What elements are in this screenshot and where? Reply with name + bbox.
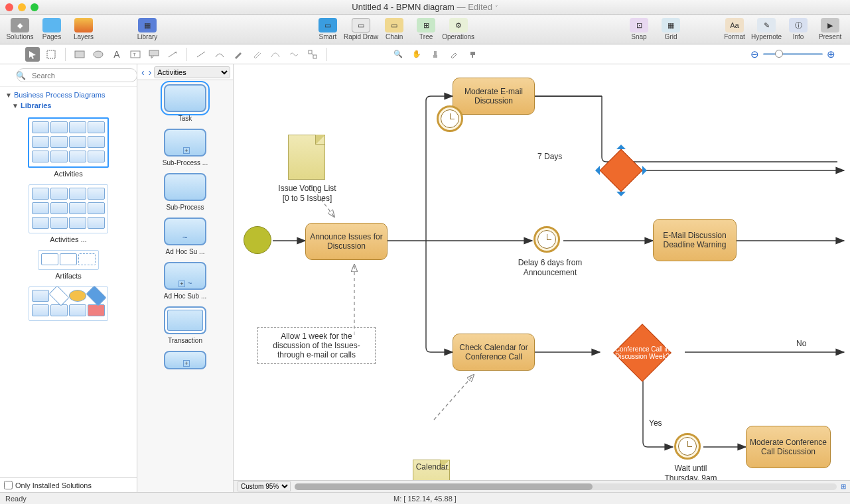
toolbar-library[interactable]: ▦Library [131, 15, 163, 43]
layers-icon [74, 18, 93, 32]
tree-libraries[interactable]: ▼ Libraries [12, 100, 131, 111]
callout-tool[interactable] [147, 47, 161, 62]
lib-activities[interactable]: Activities [4, 117, 133, 178]
marquee-tool[interactable] [44, 47, 58, 62]
data-object-voting-list[interactable] [288, 135, 325, 180]
timer-moderate-email[interactable] [437, 105, 463, 132]
pencil-tool[interactable] [231, 47, 246, 62]
spline-tool[interactable] [287, 47, 301, 62]
solutions-icon: ◆ [11, 18, 29, 32]
toolbar-grid[interactable]: ▦Grid [655, 15, 687, 43]
timer-delay-6days[interactable] [533, 226, 560, 253]
task-email-warning[interactable]: E-Mail Discussion Deadline Warning [653, 219, 737, 261]
gateway-merge[interactable] [600, 149, 642, 192]
libitem-adhoc-1[interactable]: ~Ad Hoc Su ... [140, 218, 230, 255]
zoom-track[interactable] [763, 53, 823, 55]
toolbar-rapiddraw[interactable]: ▭Rapid Draw [344, 15, 378, 43]
bezier-tool[interactable] [268, 47, 283, 62]
zoom-out-icon[interactable]: ⊖ [750, 48, 759, 60]
task-check-calendar[interactable]: Check Calendar for Conference Call [453, 334, 535, 371]
task-moderate-call[interactable]: Moderate Conference Call Discussion [746, 426, 831, 468]
svg-text:T: T [133, 52, 136, 58]
zoom-row: Custom 95% ⊞ [234, 480, 850, 492]
toolbar-operations[interactable]: ⚙Operations [442, 15, 474, 43]
task-moderate-email[interactable]: Moderate E-mail Discussion [453, 78, 535, 115]
calendar-label: Calendar [409, 462, 455, 472]
zoom-tool[interactable]: 🔍 [391, 47, 405, 62]
segment-tool[interactable] [194, 47, 208, 62]
line-tool[interactable] [165, 47, 180, 62]
zoom-knob[interactable] [775, 50, 783, 58]
zoom-in-icon[interactable]: ⊕ [827, 48, 835, 60]
libitem-task[interactable]: Task [140, 84, 230, 122]
canvas-area[interactable]: Announce Issues for Discussion Issue Vot… [234, 64, 850, 492]
page-nav-icon[interactable]: ⊞ [841, 483, 846, 490]
svg-rect-1 [75, 51, 84, 58]
voting-list-label: Issue Voting List [0 to 5 Issues] [268, 184, 346, 204]
annotation-allow-week[interactable]: Allow 1 week for the discussion of the I… [257, 327, 376, 364]
libitem-transaction[interactable]: Transaction [140, 306, 230, 344]
chain-icon: ▭ [385, 18, 403, 32]
toolbar-layers[interactable]: Layers [68, 15, 100, 43]
edge-no-label: No [796, 339, 806, 348]
arc-tool[interactable] [212, 47, 227, 62]
toolbar-snap[interactable]: ⊡Snap [623, 15, 655, 43]
h-scroll-thumb[interactable] [295, 483, 593, 490]
connector-tool[interactable] [305, 47, 320, 62]
libitem-subprocess-2[interactable]: Sub-Process [140, 173, 230, 211]
library-panel: ‹ › Activities Task +Sub-Process ... Sub… [137, 64, 234, 492]
tree-root[interactable]: ▼ Business Process Diagrams [5, 90, 131, 100]
diagram-canvas[interactable]: Announce Issues for Discussion Issue Vot… [234, 64, 850, 492]
present-icon: ▶ [821, 18, 839, 32]
nav-back-icon[interactable]: ‹ [140, 67, 146, 78]
timer-7days-label: 7 Days [537, 152, 562, 161]
svg-point-2 [94, 51, 103, 58]
toolbar-chain[interactable]: ▭Chain [378, 15, 410, 43]
svg-rect-12 [434, 51, 437, 55]
toolbar-solutions[interactable]: ◆Solutions [4, 15, 36, 43]
svg-line-27 [434, 375, 474, 420]
libitem-more[interactable]: + [140, 351, 230, 369]
grid-icon: ▦ [662, 18, 680, 32]
paint-tool[interactable] [465, 47, 480, 62]
pages-icon [42, 18, 61, 32]
pointer-tool[interactable] [25, 47, 40, 62]
task-announce[interactable]: Announce Issues for Discussion [305, 223, 388, 260]
lib-events[interactable] [4, 286, 133, 321]
toolbar-format[interactable]: AaFormat [719, 15, 750, 43]
lib-artifacts[interactable]: Artifacts [4, 250, 133, 280]
eyedropper-tool[interactable] [447, 47, 461, 62]
toolbar-hypernote[interactable]: ✎Hypernote [750, 15, 782, 43]
nav-fwd-icon[interactable]: › [147, 67, 153, 78]
svg-rect-8 [309, 50, 312, 54]
toolbar-tree[interactable]: ⊞Tree [410, 15, 442, 43]
h-scrollbar[interactable] [295, 483, 837, 490]
only-installed-checkbox[interactable] [4, 481, 13, 489]
zoom-select[interactable]: Custom 95% [238, 481, 291, 491]
ellipse-tool[interactable] [91, 47, 106, 62]
search-input[interactable] [17, 68, 137, 82]
libitem-adhoc-2[interactable]: +~Ad Hoc Sub ... [140, 262, 230, 300]
toolbar-smart[interactable]: ▭Smart [312, 15, 344, 43]
zoom-slider[interactable]: ⊖ ⊕ [750, 48, 835, 60]
start-event[interactable] [244, 226, 271, 254]
timer-wait-thursday[interactable] [674, 433, 701, 460]
lib-activities-2[interactable]: Activities ... [4, 184, 133, 243]
toolbar-pages[interactable]: Pages [36, 15, 68, 43]
library-grid: Activities Activities ... Artifacts [0, 113, 137, 477]
toolbar-info[interactable]: ⓘInfo [782, 15, 814, 43]
libpanel-select[interactable]: Activities [154, 66, 230, 78]
gateway-conference-call[interactable]: Conference Call in Discussion Week? [600, 324, 685, 381]
libitem-subprocess-1[interactable]: +Sub-Process ... [140, 129, 230, 166]
stamp-tool[interactable] [428, 47, 443, 62]
only-installed-row: Only Installed Solutions [0, 477, 137, 492]
chevron-down-icon[interactable]: ˅ [495, 5, 498, 11]
svg-line-7 [197, 52, 205, 57]
solutions-tree: ▼ Business Process Diagrams ▼ Libraries [0, 87, 137, 113]
textbox-tool[interactable]: T [128, 47, 143, 62]
rect-tool[interactable] [72, 47, 87, 62]
hand-tool[interactable]: ✋ [409, 47, 424, 62]
text-tool[interactable]: A [109, 47, 124, 62]
toolbar-present[interactable]: ▶Present [814, 15, 846, 43]
pen-tool[interactable] [249, 47, 264, 62]
